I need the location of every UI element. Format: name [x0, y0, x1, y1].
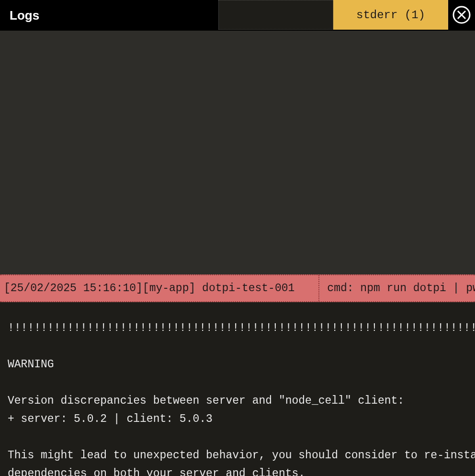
status-pwd-label: pwd: — [466, 282, 475, 295]
status-left: [25/02/2025 15:16:10][my-app] dotpi-test… — [0, 282, 294, 295]
log-output[interactable]: !!!!!!!!!!!!!!!!!!!!!!!!!!!!!!!!!!!!!!!!… — [0, 302, 475, 476]
status-cmd-label: cmd: — [327, 282, 353, 295]
status-bar: [25/02/2025 15:16:10][my-app] dotpi-test… — [0, 274, 475, 302]
log-line: + server: 5.0.2 | client: 5.0.3 — [8, 413, 213, 425]
status-divider — [318, 275, 319, 301]
upper-log-pane — [0, 31, 475, 274]
log-line: !!!!!!!!!!!!!!!!!!!!!!!!!!!!!!!!!!!!!!!!… — [8, 322, 475, 334]
status-cmd: npm run dotpi — [360, 282, 446, 295]
log-line: WARNING — [8, 358, 54, 371]
tab-stderr[interactable]: stderr (1) — [333, 0, 448, 30]
close-button[interactable] — [448, 0, 475, 30]
log-line: Version discrepancies between server and… — [8, 395, 404, 407]
log-line: dependencies on both your server and cli… — [8, 467, 305, 476]
status-right: cmd: npm run dotpi | pwd: /home/ — [324, 282, 475, 295]
status-host: dotpi-test-001 — [202, 282, 294, 295]
tab-stdout[interactable] — [218, 0, 333, 30]
log-line: This might lead to unexpected behavior, … — [8, 449, 475, 462]
status-app: [my-app] — [143, 282, 195, 295]
page-title: Logs — [0, 0, 39, 31]
tab-group: stderr (1) — [218, 0, 475, 30]
status-sep: | — [453, 282, 460, 295]
header-bar: Logs stderr (1) — [0, 0, 475, 31]
status-timestamp: [25/02/2025 15:16:10] — [4, 282, 143, 295]
close-icon — [452, 5, 471, 24]
